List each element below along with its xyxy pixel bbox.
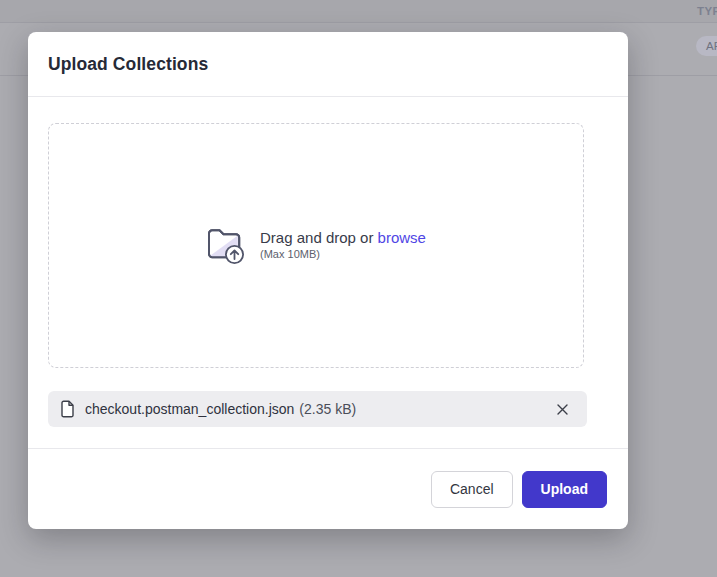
remove-file-button[interactable] — [551, 398, 573, 420]
dropzone-text: Drag and drop or browse (Max 10MB) — [260, 229, 426, 260]
background-divider — [0, 22, 717, 23]
browse-link[interactable]: browse — [378, 229, 426, 246]
file-name: checkout.postman_collection.json — [85, 401, 294, 417]
file-size: (2.35 kB) — [299, 401, 356, 417]
cancel-button[interactable]: Cancel — [431, 471, 513, 508]
upload-collections-modal: Upload Collections Drag and drop or brow… — [28, 32, 628, 529]
modal-footer: Cancel Upload — [28, 448, 628, 529]
file-icon — [60, 400, 75, 418]
background-column-header-type: TYP — [697, 5, 717, 17]
modal-header: Upload Collections — [28, 32, 628, 97]
background-api-badge: API — [696, 36, 717, 56]
folder-upload-icon — [206, 224, 246, 266]
uploaded-file-row: checkout.postman_collection.json (2.35 k… — [48, 391, 587, 427]
dropzone-instruction: Drag and drop or browse — [260, 229, 426, 246]
background-table-header-band — [0, 0, 717, 22]
file-dropzone[interactable]: Drag and drop or browse (Max 10MB) — [48, 123, 584, 368]
dropzone-size-hint: (Max 10MB) — [260, 248, 426, 260]
dropzone-instruction-prefix: Drag and drop or — [260, 229, 373, 246]
close-icon — [556, 403, 569, 416]
dropzone-content: Drag and drop or browse (Max 10MB) — [206, 224, 426, 266]
modal-title: Upload Collections — [48, 54, 208, 75]
upload-button[interactable]: Upload — [522, 471, 607, 508]
